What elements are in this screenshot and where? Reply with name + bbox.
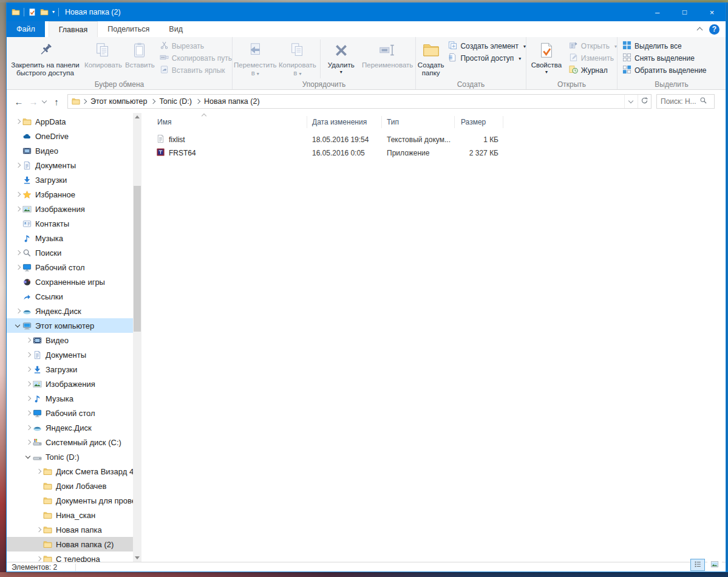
tree-item[interactable]: Контакты: [7, 216, 133, 231]
copy-to-button[interactable]: Копировать в▾: [276, 38, 318, 78]
tree-item[interactable]: Новая папка (2): [7, 537, 133, 551]
column-header-date[interactable]: Дата изменения: [307, 116, 382, 128]
easy-access-button[interactable]: Простой доступ▾: [444, 52, 526, 64]
qat-customize-dropdown-icon[interactable]: ▾: [52, 10, 55, 15]
breadcrumb-this-pc[interactable]: Этот компьютер: [89, 97, 149, 106]
tree-item[interactable]: Tonic (D:): [7, 449, 133, 464]
tree-item[interactable]: Этот компьютер: [7, 318, 133, 333]
open-button[interactable]: Открыть▾: [565, 40, 617, 52]
expand-icon[interactable]: [35, 467, 43, 476]
expand-icon[interactable]: [14, 263, 22, 271]
expand-icon[interactable]: [24, 336, 33, 344]
file-name-cell[interactable]: FRST64: [146, 148, 307, 159]
expand-icon[interactable]: [35, 525, 43, 534]
copy-path-button[interactable]: Скопировать путь: [156, 52, 232, 64]
expand-icon[interactable]: [14, 248, 22, 257]
tree-item[interactable]: Музыка: [7, 231, 133, 245]
column-header-size[interactable]: Размер: [455, 116, 503, 128]
tree-item[interactable]: AppData: [7, 114, 133, 129]
expand-icon[interactable]: [24, 350, 33, 359]
tree-item[interactable]: Ссылки: [7, 289, 133, 304]
select-all-button[interactable]: Выделить все: [619, 40, 707, 52]
new-folder-button[interactable]: Создать папку: [417, 38, 444, 77]
thumbnails-view-button[interactable]: [707, 559, 722, 571]
tree-scrollbar[interactable]: [133, 113, 141, 562]
collapse-icon[interactable]: [14, 321, 22, 330]
expand-icon[interactable]: [14, 161, 22, 169]
tree-item[interactable]: Музыка: [7, 391, 133, 406]
refresh-button[interactable]: [638, 95, 651, 108]
collapse-ribbon-icon[interactable]: [697, 27, 703, 32]
up-button[interactable]: ↑: [49, 97, 64, 107]
properties-dropdown-icon[interactable]: ▾: [545, 69, 548, 75]
expand-icon[interactable]: [35, 555, 43, 562]
qat-folder-icon[interactable]: [40, 8, 49, 16]
tree-item[interactable]: Новая папка: [7, 522, 133, 537]
history-button[interactable]: Журнал: [565, 64, 617, 77]
back-button[interactable]: ←: [12, 97, 26, 107]
expand-icon[interactable]: [14, 190, 22, 199]
tree-item[interactable]: Яндекс.Диск: [7, 420, 133, 435]
breadcrumb-drive-d[interactable]: Tonic (D:): [157, 97, 193, 106]
pin-to-quick-access-button[interactable]: Закрепить на панели быстрого доступа: [8, 38, 83, 77]
address-bar[interactable]: Этот компьютер Tonic (D:) Новая папка (2…: [67, 94, 651, 109]
scroll-up-icon[interactable]: [135, 115, 140, 118]
close-button[interactable]: ×: [698, 3, 726, 21]
qat-properties-icon[interactable]: [28, 8, 36, 16]
expand-icon[interactable]: [24, 409, 33, 417]
expand-icon[interactable]: [24, 394, 33, 403]
column-header-name[interactable]: Имя: [146, 116, 307, 128]
expand-icon[interactable]: [24, 365, 33, 374]
tree-item[interactable]: Яндекс.Диск: [7, 304, 133, 318]
delete-button[interactable]: Удалить ▾: [322, 38, 359, 75]
scroll-down-icon[interactable]: [135, 556, 140, 559]
select-none-button[interactable]: Снять выделение: [619, 52, 707, 64]
delete-dropdown-icon[interactable]: ▾: [340, 69, 342, 75]
tree-item[interactable]: Загрузки: [7, 362, 133, 377]
tree-item[interactable]: Рабочий стол: [7, 260, 133, 275]
tree-item[interactable]: Поиски: [7, 245, 133, 260]
breadcrumb-current-folder[interactable]: Новая папка (2): [202, 97, 262, 106]
edit-button[interactable]: Изменить: [565, 52, 617, 64]
tree-item[interactable]: Нина_скан: [7, 508, 133, 522]
forward-button[interactable]: →: [26, 97, 41, 107]
tree-item[interactable]: Рабочий стол: [7, 406, 133, 420]
details-view-button[interactable]: [690, 559, 705, 571]
tab-home[interactable]: Главная: [49, 21, 98, 37]
tree-item[interactable]: Диск Смета Визард 4.0: [7, 464, 133, 479]
file-row[interactable]: fixlist18.05.2016 19:54Текстовый докум..…: [146, 133, 726, 146]
file-name-cell[interactable]: fixlist: [146, 134, 307, 145]
tab-file[interactable]: Файл: [7, 21, 45, 37]
expand-icon[interactable]: [24, 438, 33, 446]
rename-button[interactable]: Переименовать: [359, 38, 415, 69]
expand-icon[interactable]: [24, 423, 33, 432]
expand-icon[interactable]: [24, 380, 33, 388]
tree-item[interactable]: Видео: [7, 143, 133, 158]
tab-view[interactable]: Вид: [159, 21, 192, 37]
move-to-button[interactable]: Переместить в▾: [234, 38, 276, 78]
explorer-app-icon[interactable]: [12, 8, 20, 16]
expand-icon[interactable]: [14, 307, 22, 315]
scrollbar-thumb[interactable]: [134, 186, 141, 332]
maximize-button[interactable]: □: [671, 3, 698, 21]
tree-item[interactable]: Изображения: [7, 377, 133, 391]
search-box[interactable]: [656, 94, 715, 109]
recent-locations-dropdown-icon[interactable]: [41, 97, 49, 106]
column-header-type[interactable]: Тип: [382, 116, 455, 128]
address-dropdown-button[interactable]: [624, 95, 638, 108]
tree-item[interactable]: Избранное: [7, 187, 133, 202]
search-input[interactable]: [657, 97, 699, 106]
tab-share[interactable]: Поделиться: [98, 21, 159, 37]
tree-item[interactable]: Документы: [7, 347, 133, 362]
collapse-icon[interactable]: [24, 452, 33, 461]
paste-shortcut-button[interactable]: Вставить ярлык: [156, 64, 232, 77]
expand-icon[interactable]: [14, 205, 22, 213]
tree-item[interactable]: Документы для проверки: [7, 493, 133, 508]
cut-button[interactable]: Вырезать: [156, 40, 232, 52]
expand-icon[interactable]: [14, 117, 22, 126]
tree-item[interactable]: Сохраненные игры: [7, 275, 133, 289]
help-icon[interactable]: ?: [709, 24, 719, 35]
file-row[interactable]: FRST6416.05.2016 0:05Приложение2 327 КБ: [146, 146, 726, 160]
tree-item[interactable]: OneDrive: [7, 129, 133, 143]
copy-button[interactable]: Копировать: [83, 38, 124, 69]
